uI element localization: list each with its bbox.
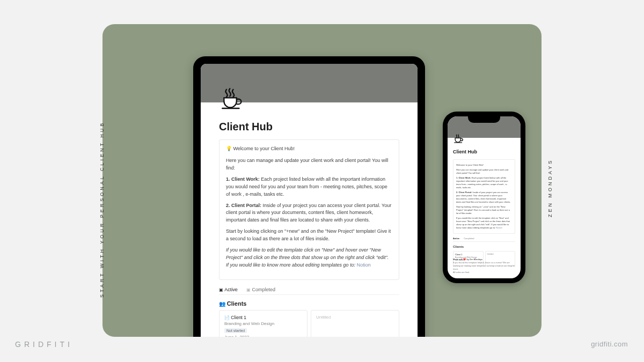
- tablet-screen: Client Hub Welcome to your Client Hub! H…: [201, 64, 418, 337]
- callout-point-2-label: 2. Client Portal:: [226, 203, 261, 208]
- callout-edit-hint: If you would like to edit the template c…: [456, 217, 512, 230]
- notion-link: Notion: [496, 226, 502, 229]
- phone-screen: Client Hub Welcome to your Client Hub! H…: [448, 116, 521, 278]
- client-status-badge: Not started: [224, 328, 247, 333]
- callout-point-2: 2. Client Portal: Inside of your project…: [456, 191, 512, 204]
- callout-edit-hint: If you would like to edit the template c…: [226, 247, 392, 269]
- callout-point-1: 1. Client Work: Each project listed belo…: [226, 176, 392, 198]
- client-name: Client 1: [224, 315, 302, 320]
- clients-gallery: Client 1 Branding and Web Design Not sta…: [219, 310, 399, 337]
- client-name: Untitled: [316, 315, 331, 320]
- callout-howto: Start by looking clicking on "+new" and …: [226, 228, 392, 243]
- brand-url: gridfiti.com: [591, 340, 628, 348]
- tab-completed[interactable]: Completed: [246, 287, 275, 292]
- clients-heading: Clients: [453, 245, 515, 249]
- footer-blurb: If you found this template helpful, leav…: [453, 261, 515, 271]
- phone-device-frame: Client Hub Welcome to your Client Hub! H…: [443, 112, 525, 283]
- page-footer: Made with ❤️ by Zen Mondays If you found…: [453, 258, 515, 274]
- notion-link[interactable]: Notion: [357, 262, 371, 268]
- page-body: Client Hub Welcome to your Client Hub! H…: [201, 102, 418, 337]
- callout-welcome-line: Welcome to your Client Hub!: [226, 145, 392, 153]
- database-tabs: Active Completed: [453, 237, 515, 242]
- phone-notch: [468, 116, 500, 123]
- client-date: June 1, 2022: [224, 335, 302, 337]
- right-vertical-caption: ZEN MONDAYS: [547, 212, 553, 217]
- callout-point-1: 1. Client Work: Each project listed belo…: [456, 176, 512, 189]
- tablet-device-frame: Client Hub Welcome to your Client Hub! H…: [193, 56, 425, 337]
- client-subtitle: Branding and Web Design: [224, 321, 302, 326]
- brand-logo-text: GRIDFITI: [15, 340, 73, 349]
- left-vertical-caption: START WITH YOUR PERSONAL CLIENT HUB: [99, 292, 105, 298]
- callout-point-1-label: 1. Client Work:: [226, 176, 260, 182]
- tab-completed[interactable]: Completed: [464, 237, 474, 240]
- template-preview-card: Client Hub Welcome to your Client Hub! H…: [103, 24, 541, 337]
- tab-active[interactable]: Active: [219, 287, 238, 292]
- client-name: Untitled: [487, 253, 514, 256]
- tab-active[interactable]: Active: [453, 237, 459, 240]
- coffee-cup-icon: [453, 132, 465, 144]
- callout-point-1-label: 1. Client Work:: [456, 176, 471, 179]
- callout-welcome-line: Welcome to your Client Hub!: [456, 164, 512, 167]
- database-tabs: Active Completed: [219, 287, 399, 295]
- callout-point-2: 2. Client Portal: Inside of your project…: [226, 202, 392, 225]
- page-cover: [201, 64, 418, 102]
- page-title: Client Hub: [219, 121, 399, 133]
- page-title: Client Hub: [453, 149, 515, 156]
- client-card-empty[interactable]: Untitled: [311, 310, 399, 337]
- coffee-cup-icon: [219, 85, 246, 112]
- client-card[interactable]: Client 1 Branding and Web Design Not sta…: [219, 310, 308, 337]
- callout-intro: Here you can manage and update your clie…: [226, 157, 392, 172]
- welcome-callout: Welcome to your Client Hub! Here you can…: [219, 139, 399, 280]
- welcome-callout: Welcome to your Client Hub! Here you can…: [453, 159, 515, 234]
- footer-policy: All sales are final.: [453, 271, 515, 274]
- callout-intro: Here you can manage and update your clie…: [456, 168, 512, 175]
- callout-point-2-label: 2. Client Portal:: [456, 191, 472, 194]
- callout-howto: Start by looking clicking on "+new" and …: [456, 205, 512, 215]
- clients-heading: Clients: [219, 300, 399, 307]
- page-body: Client Hub Welcome to your Client Hub! H…: [448, 138, 521, 266]
